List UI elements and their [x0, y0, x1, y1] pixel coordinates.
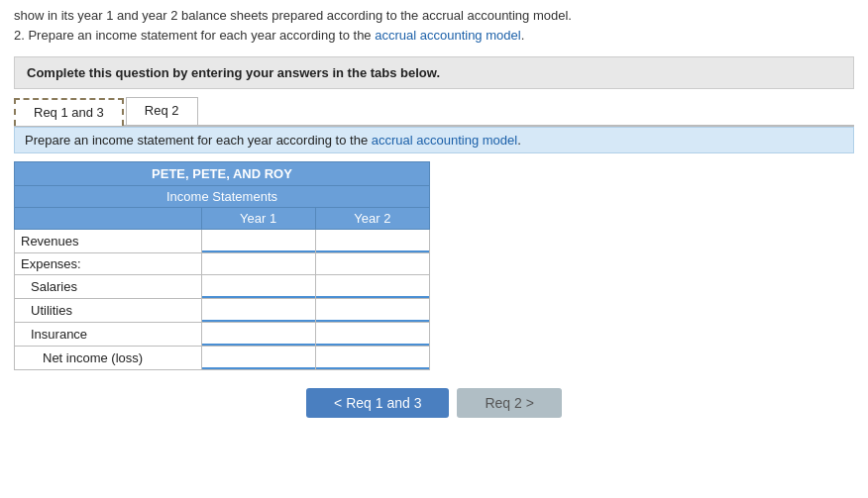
instruction-suffix: .	[517, 133, 521, 148]
instruction-link: accrual accounting model	[372, 133, 517, 148]
tab-req2[interactable]: Req 2	[126, 97, 198, 125]
nav-buttons: < Req 1 and 3 Req 2 >	[0, 388, 868, 418]
table-row: Utilities	[15, 299, 430, 323]
instruction-prefix: Prepare an income statement for each yea…	[25, 133, 372, 148]
revenues-year1-input[interactable]	[202, 230, 315, 252]
col-label-header	[15, 208, 202, 230]
table-row: Salaries	[15, 275, 430, 299]
row-revenues-year2[interactable]	[315, 230, 429, 253]
row-netincome-year2[interactable]	[315, 347, 429, 370]
insurance-year1-input[interactable]	[202, 323, 315, 346]
instruction-line1: show in its year 1 and year 2 balance sh…	[14, 6, 854, 26]
row-utilities-label: Utilities	[15, 299, 202, 323]
row-salaries-label: Salaries	[15, 275, 202, 299]
row-netincome-label: Net income (loss)	[15, 347, 202, 370]
complete-box: Complete this question by entering your …	[14, 56, 854, 89]
row-utilities-year2[interactable]	[315, 299, 429, 323]
tabs-row: Req 1 and 3 Req 2	[14, 97, 854, 127]
table-title-row: PETE, PETE, AND ROY	[15, 162, 430, 186]
table-subtitle-row: Income Statements	[15, 186, 430, 208]
utilities-year1-input[interactable]	[202, 299, 315, 322]
table-row: Expenses:	[15, 253, 430, 275]
netincome-year1-input[interactable]	[202, 347, 315, 369]
income-table: PETE, PETE, AND ROY Income Statements Ye…	[14, 161, 430, 370]
row-netincome-year1[interactable]	[201, 347, 315, 370]
complete-box-text: Complete this question by entering your …	[27, 65, 440, 80]
row-revenues-label: Revenues	[15, 230, 202, 253]
tab-req1and3[interactable]: Req 1 and 3	[14, 98, 124, 126]
salaries-year1-input[interactable]	[202, 275, 315, 298]
col-year1-header: Year 1	[201, 208, 315, 230]
table-subtitle: Income Statements	[15, 186, 430, 208]
table-container: PETE, PETE, AND ROY Income Statements Ye…	[14, 161, 430, 370]
prev-button[interactable]: < Req 1 and 3	[306, 388, 449, 418]
line2-suffix: .	[521, 28, 525, 43]
row-salaries-year2[interactable]	[315, 275, 429, 299]
row-expenses-year1	[201, 253, 315, 275]
instruction-bar: Prepare an income statement for each yea…	[14, 127, 854, 153]
row-insurance-year1[interactable]	[201, 323, 315, 347]
row-insurance-label: Insurance	[15, 323, 202, 347]
row-revenues-year1[interactable]	[201, 230, 315, 253]
table-col-header-row: Year 1 Year 2	[15, 208, 430, 230]
insurance-year2-input[interactable]	[316, 323, 429, 346]
row-salaries-year1[interactable]	[201, 275, 315, 299]
row-insurance-year2[interactable]	[315, 323, 429, 347]
row-utilities-year1[interactable]	[201, 299, 315, 323]
line2-prefix: 2. Prepare an income statement for each …	[14, 28, 375, 43]
netincome-year2-input[interactable]	[316, 347, 429, 369]
row-expenses-year2	[315, 253, 429, 275]
utilities-year2-input[interactable]	[316, 299, 429, 322]
accrual-link: accrual accounting model	[375, 28, 520, 43]
instruction-line2: 2. Prepare an income statement for each …	[14, 26, 854, 46]
revenues-year2-input[interactable]	[316, 230, 429, 252]
table-title: PETE, PETE, AND ROY	[15, 162, 430, 186]
row-expenses-label: Expenses:	[15, 253, 202, 275]
top-instruction: show in its year 1 and year 2 balance sh…	[0, 0, 868, 49]
next-button[interactable]: Req 2 >	[457, 388, 561, 418]
col-year2-header: Year 2	[315, 208, 429, 230]
table-row: Net income (loss)	[15, 347, 430, 370]
salaries-year2-input[interactable]	[316, 275, 429, 298]
table-row: Revenues	[15, 230, 430, 253]
table-row: Insurance	[15, 323, 430, 347]
